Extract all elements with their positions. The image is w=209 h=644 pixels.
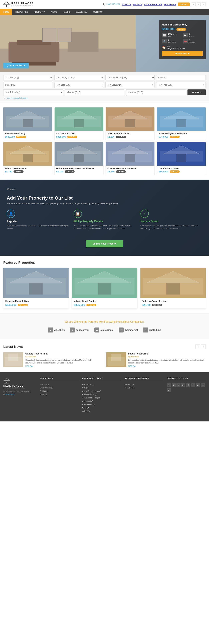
features-link[interactable]: Looking for certain features — [6, 97, 28, 99]
nav-contact[interactable]: CONTACT — [90, 9, 106, 15]
twitter-icon[interactable]: t — [192, 2, 196, 6]
footer-list-item: Miami (12) — [40, 383, 79, 386]
property-card[interactable]: Villa on Grand Avenue $4,750 FOR RENT — [3, 142, 52, 174]
step2-text: Aenean eu leo quam. Pellentesque ornare … — [74, 224, 135, 230]
footer-link[interactable]: Villa (3) — [82, 387, 88, 389]
property-card[interactable]: Office Space at Northwest 107th Avenue $… — [55, 142, 103, 174]
more-details-button[interactable]: More Details ▶ — [162, 51, 203, 56]
search-button[interactable]: SEARCH — [187, 90, 206, 95]
nav-pages[interactable]: PAGES — [60, 9, 73, 15]
news-more-link[interactable]: MORE ▶ — [25, 365, 103, 367]
sign-up-link[interactable]: SIGN UP — [122, 3, 131, 6]
type-value: Single Family Home — [167, 47, 185, 50]
max-area-input[interactable] — [126, 90, 186, 95]
min-area-input[interactable] — [65, 90, 124, 95]
footer-link[interactable]: For Sale (6) — [125, 387, 134, 389]
footer-social-icon[interactable]: p — [196, 383, 200, 387]
footer-link[interactable]: Condominiums (1) — [82, 394, 97, 396]
footer-link[interactable]: Shop (2) — [82, 407, 89, 409]
step-done: ✓ You are Done! Cras mattis consectetur … — [140, 210, 202, 235]
favorites-link[interactable]: FAVORITES — [164, 3, 176, 6]
property-price: $3,100 — [56, 170, 63, 173]
property-type-select[interactable]: Property Type (Any) — [54, 75, 104, 80]
footer-social-icon[interactable]: ⊗ — [167, 388, 171, 392]
add-property-subtitle: We have a big customer base to market yo… — [7, 202, 202, 204]
facebook-icon[interactable]: f — [197, 2, 201, 6]
step-fill-details: 📋 Fill Up Property Details Aenean eu leo… — [74, 210, 135, 235]
property-id-input[interactable] — [3, 82, 53, 88]
news-more-link[interactable]: MORE ▶ — [128, 365, 206, 367]
footer-link[interactable]: Residential (3) — [82, 384, 94, 386]
property-status-badge: FOR SALE — [170, 136, 180, 138]
property-price-row: $1,600 FOR RENT — [107, 136, 153, 138]
fill-details-icon: 📋 — [74, 210, 82, 218]
news-next-button[interactable]: › — [201, 344, 206, 349]
property-image — [106, 142, 154, 166]
partner-icon: A — [94, 328, 99, 332]
footer-connect: CONNECT WITH US tfing+drp⊕⊗ — [167, 377, 206, 413]
footer-brand: REAL PLACES Coolest Real Estate Theme Ev… — [3, 377, 37, 413]
submit-button[interactable]: SUBMIT — [178, 2, 190, 6]
property-card[interactable]: Villa in Coral Gables $825,000 FOR SALE — [55, 108, 103, 140]
footer-link[interactable]: Office (1) — [82, 410, 90, 412]
property-info: Villa on Grand Avenue $4,750 FOR RENT — [3, 166, 52, 174]
svg-rect-10 — [58, 28, 71, 42]
footer-link[interactable]: Little Havana (3) — [40, 387, 54, 389]
property-status-select[interactable]: Property Status (Any) — [105, 75, 155, 80]
location-select[interactable]: Location (Any) — [3, 75, 53, 80]
footer-brand-link[interactable]: Real Places — [6, 394, 14, 395]
partners-section: We are Working as Partners with Followin… — [0, 314, 209, 339]
svg-rect-8 — [68, 32, 98, 52]
nav-property[interactable]: PROPERTY — [31, 9, 48, 15]
max-price-select[interactable]: Max Price (Any) — [3, 90, 63, 95]
hero-section: QUICK SEARCH Home in Merrick Way $540,00… — [0, 15, 209, 72]
property-price: $850,000 — [159, 170, 168, 173]
footer-link[interactable]: Fairlop (1) — [40, 390, 48, 392]
min-price-select[interactable]: Min Price (Any) — [156, 82, 206, 88]
googleplus-icon[interactable]: g — [202, 2, 206, 6]
footer-link[interactable]: Miami (12) — [40, 384, 49, 386]
my-properties-link[interactable]: MY PROPERTIES — [144, 3, 162, 6]
footer-social-icon[interactable]: ⊕ — [201, 383, 205, 387]
featured-properties-section: Featured Properties Home in Merrick Way … — [0, 256, 209, 314]
top-bar-left: REAL PLACES Coolest Real Estate Theme Ev… — [3, 1, 34, 8]
footer-social-icon[interactable]: g+ — [181, 383, 185, 387]
footer-link[interactable]: Apartment Building (1) — [82, 397, 100, 399]
footer-link[interactable]: Single Family Home (3) — [82, 390, 101, 392]
submit-property-button[interactable]: Submit Your Property — [86, 240, 123, 247]
footer-social-icon[interactable]: t — [167, 383, 171, 387]
min-baths-select[interactable]: Min Baths (Any) — [105, 82, 155, 88]
partner-name: codecanyon — [76, 329, 89, 331]
property-card[interactable]: Home in Merrick Way $540,000 FOR SALE — [3, 108, 52, 140]
footer-link[interactable]: Apartment (3) — [82, 400, 93, 402]
news-prev-button[interactable]: ‹ — [195, 344, 200, 349]
footer-social-icon[interactable]: r — [191, 383, 195, 387]
footer-social-icon[interactable]: d — [186, 383, 190, 387]
footer-link[interactable]: Dura (1) — [40, 394, 47, 396]
keyword-input[interactable] — [156, 75, 206, 80]
nav-properties[interactable]: PROPERTIES — [12, 9, 31, 15]
footer-social-icon[interactable]: f — [172, 383, 176, 387]
nav-galleries[interactable]: GALLERIES — [73, 9, 90, 15]
nav-news[interactable]: NEWS — [48, 9, 60, 15]
footer-list-item: Condominiums (1) — [82, 393, 121, 396]
min-beds-select[interactable]: Min Beds (Any) — [54, 82, 104, 88]
footer-locations-list: Miami (12)Little Havana (3)Fairlop (1)Du… — [40, 383, 79, 396]
featured-card[interactable]: Villa on Grand Avenue $4,750 FOR RENT — [140, 268, 206, 308]
footer-link[interactable]: Commercial (3) — [82, 404, 95, 406]
featured-card[interactable]: Home in Merrick Way $540,000 FOR SALE — [3, 268, 69, 308]
property-price: $825,000 — [56, 136, 66, 138]
profile-link[interactable]: PROFILE — [133, 3, 142, 6]
step3-title: You are Done! — [140, 220, 202, 223]
featured-status-badge: FOR SALE — [86, 304, 96, 306]
news-text: Enthusiastically disintermediate progres… — [128, 359, 206, 364]
property-card[interactable]: Condo on Biscayne Boulevard $3,250 FOR R… — [106, 142, 154, 174]
quick-search-button[interactable]: QUICK SEARCH — [3, 63, 29, 68]
featured-card[interactable]: Villa in Coral Gables $825,000 FOR SALE — [72, 268, 137, 308]
nav-home[interactable]: HOME — [0, 9, 12, 15]
property-card[interactable]: Home in Coral Gables $850,000 FOR SALE — [157, 142, 206, 174]
property-card[interactable]: Street Food Restaurant $1,600 FOR RENT — [106, 108, 154, 140]
property-card[interactable]: Villa on Hollywood Boulevard $740,000 FO… — [157, 108, 206, 140]
footer-link[interactable]: For Rent (6) — [125, 384, 134, 386]
footer-social-icon[interactable]: in — [176, 383, 180, 387]
